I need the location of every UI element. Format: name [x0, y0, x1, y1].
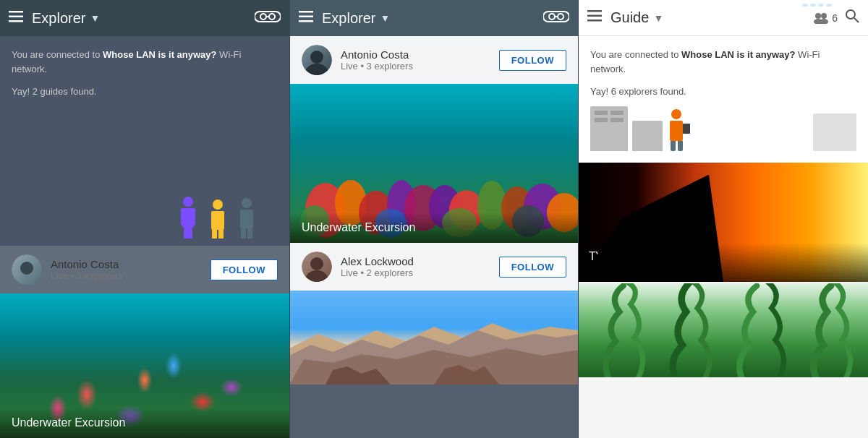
svg-point-4 — [260, 14, 266, 20]
svg-rect-63 — [801, 202, 824, 209]
svg-point-59 — [846, 10, 855, 19]
svg-rect-71 — [686, 245, 702, 282]
svg-point-5 — [269, 14, 275, 20]
middle-follow-button-1[interactable]: FOLLOW — [499, 50, 566, 71]
svg-marker-65 — [723, 198, 742, 224]
middle-panel: Explorer ▼ Antonio — [289, 0, 579, 438]
guide-card-2-image — [579, 283, 868, 377]
left-follow-button-1[interactable]: FOLLOW — [210, 259, 278, 280]
left-card-1-label: Underwater Excursion — [0, 408, 289, 438]
guide-card-1[interactable]: TV Studio and Sets 4 scenes — [579, 163, 868, 282]
middle-rock-svg — [290, 291, 578, 385]
svg-rect-1 — [9, 15, 23, 17]
right-placeholder-rect — [813, 113, 856, 151]
right-header-right: 6 — [813, 9, 859, 27]
figure-yellow — [211, 199, 224, 239]
right-found-text-wrapper: Yay! 6 explorers found. — [579, 82, 868, 98]
middle-card-2-avatar — [302, 252, 332, 282]
middle-card-2-image — [290, 291, 578, 385]
svg-rect-72 — [705, 245, 720, 282]
building-2 — [632, 121, 663, 151]
right-figure — [670, 109, 683, 151]
left-vr-icon[interactable] — [255, 9, 281, 27]
right-title: Guide ▼ — [610, 9, 663, 26]
middle-menu-icon[interactable] — [299, 11, 313, 26]
left-illustration — [0, 98, 289, 246]
right-menu-icon[interactable] — [587, 10, 602, 25]
svg-point-56 — [821, 13, 827, 19]
svg-rect-24 — [299, 15, 313, 17]
left-header-right — [255, 9, 281, 27]
left-card-1: Antonio Costa Live • 3 explorers FOLLOW — [0, 246, 289, 438]
middle-header: Explorer ▼ — [290, 0, 578, 36]
middle-card-1-name: Antonio Costa — [341, 48, 499, 61]
middle-card-2-status: Live • 2 explorers — [341, 267, 499, 278]
svg-point-28 — [558, 14, 563, 20]
middle-card-1-avatar — [302, 45, 332, 75]
left-card-1-avatar — [12, 254, 42, 285]
guide-card-2[interactable] — [579, 283, 868, 377]
guide-card-1-label: TV Studio and Sets 4 scenes — [579, 243, 868, 282]
middle-chevron-icon[interactable]: ▼ — [380, 12, 390, 24]
figure-purple — [181, 197, 195, 239]
svg-rect-2 — [9, 20, 23, 22]
svg-rect-62 — [742, 191, 801, 231]
left-found-text: Yay! 2 guides found. — [0, 82, 289, 98]
svg-rect-0 — [9, 11, 23, 13]
left-figures — [181, 181, 275, 239]
guide-card-1-image: TV Studio and Sets 4 scenes — [579, 163, 868, 282]
svg-rect-25 — [299, 20, 313, 22]
svg-rect-52 — [587, 10, 602, 12]
middle-card-1: Antonio Costa Live • 3 explorers FOLLOW — [290, 36, 578, 243]
middle-vr-icon[interactable] — [543, 9, 569, 27]
middle-card-1-header: Antonio Costa Live • 3 explorers FOLLOW — [290, 36, 578, 84]
svg-point-74 — [831, 176, 846, 191]
right-guide-list: TV Studio and Sets 4 scenes — [579, 163, 868, 438]
left-connection-info: You are connected to Whose LAN is it any… — [0, 36, 289, 82]
middle-card-1-label: Underwater Excursion — [290, 212, 578, 243]
svg-point-27 — [549, 14, 555, 20]
seaweed-svg — [579, 283, 868, 377]
left-card-1-status: Live • 3 explorers — [51, 270, 210, 281]
right-search-icon[interactable] — [845, 9, 859, 27]
building-1 — [590, 106, 628, 151]
middle-header-right — [543, 9, 569, 27]
left-card-1-name: Antonio Costa — [51, 258, 210, 270]
middle-card-2-name: Alex Lockwood — [341, 255, 499, 267]
svg-point-69 — [692, 173, 718, 200]
left-panel: Explorer ▼ You are connected to — [0, 0, 289, 438]
svg-rect-54 — [587, 20, 602, 22]
right-info-area: You are connected to Whose LAN is it any… — [579, 36, 868, 163]
right-connection-info: You are connected to Whose LAN is it any… — [579, 36, 868, 82]
middle-card-2-header: Alex Lockwood Live • 2 explorers FOLLOW — [290, 243, 578, 291]
svg-point-55 — [815, 13, 821, 19]
figure-dark — [240, 198, 253, 239]
middle-title: Explorer ▼ — [322, 10, 390, 27]
svg-rect-53 — [587, 15, 602, 17]
middle-card-1-user-info: Antonio Costa Live • 3 explorers — [341, 48, 499, 72]
svg-rect-64 — [753, 182, 768, 191]
left-menu-icon[interactable] — [9, 11, 23, 26]
middle-card-2-user-info: Alex Lockwood Live • 2 explorers — [341, 255, 499, 278]
middle-card-2: Alex Lockwood Live • 2 explorers FOLLOW — [290, 243, 578, 385]
left-card-1-user-info: Antonio Costa Live • 3 explorers — [51, 258, 210, 281]
svg-point-73 — [805, 165, 827, 187]
left-header: Explorer ▼ — [0, 0, 289, 36]
left-card-1-image: Underwater Excursion — [0, 293, 289, 438]
middle-card-1-image: Underwater Excursion — [290, 84, 578, 243]
left-chevron-icon[interactable]: ▼ — [90, 12, 100, 24]
right-chevron-icon[interactable]: ▼ — [653, 12, 663, 24]
right-illustration — [579, 98, 868, 157]
middle-follow-button-2[interactable]: FOLLOW — [499, 257, 566, 278]
svg-rect-70 — [689, 200, 721, 245]
right-panel: Guide ▼ 6 You are connected to Whose LAN… — [579, 0, 868, 438]
left-title: Explorer ▼ — [32, 10, 100, 27]
right-people-count: 6 — [813, 12, 838, 24]
left-card-1-header: Antonio Costa Live • 3 explorers FOLLOW — [0, 246, 289, 293]
svg-line-60 — [854, 18, 859, 22]
svg-rect-23 — [299, 11, 313, 13]
middle-card-1-status: Live • 3 explorers — [341, 61, 499, 72]
people-icon — [813, 12, 829, 24]
